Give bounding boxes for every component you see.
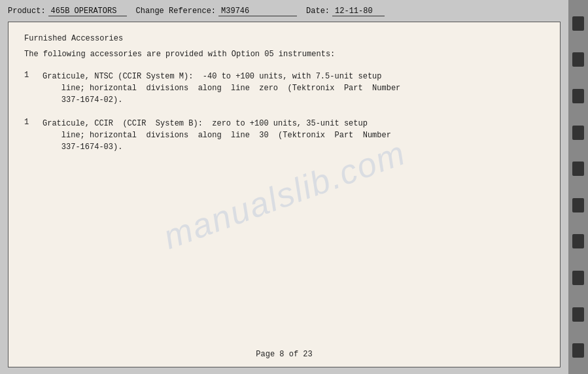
doc-item-2-number: 1 xyxy=(24,118,37,153)
product-label: Product: xyxy=(8,7,46,16)
doc-title: Furnished Accessories xyxy=(24,34,544,43)
sidebar-tab-1[interactable] xyxy=(572,16,584,31)
sidebar-tab-6[interactable] xyxy=(572,198,584,212)
main-content: Product: 465B OPERATORS Change Reference… xyxy=(0,0,568,374)
change-value: M39746 xyxy=(218,7,297,16)
doc-item-2: 1 Graticule, CCIR (CCIR System B): zero … xyxy=(24,118,544,153)
doc-content: Furnished Accessories The following acce… xyxy=(24,34,544,359)
document-area: manualslib.com Furnished Accessories The… xyxy=(8,22,561,367)
doc-item-1-text: Graticule, NTSC (CCIR System M): -40 to … xyxy=(43,71,544,106)
sidebar-tab-4[interactable] xyxy=(572,126,584,140)
doc-footer: Page 8 of 23 xyxy=(24,343,544,359)
sidebar-tab-9[interactable] xyxy=(572,307,584,322)
sidebar-tab-3[interactable] xyxy=(572,89,584,103)
product-value: 465B OPERATORS xyxy=(48,7,127,16)
sidebar-tab-7[interactable] xyxy=(572,234,584,248)
right-sidebar xyxy=(568,0,588,374)
sidebar-tab-8[interactable] xyxy=(572,271,584,285)
sidebar-tab-10[interactable] xyxy=(572,343,584,358)
sidebar-tab-2[interactable] xyxy=(572,52,584,67)
doc-item-1-number: 1 xyxy=(24,71,37,106)
document-header: Product: 465B OPERATORS Change Reference… xyxy=(8,7,561,16)
doc-intro: The following accessories are provided w… xyxy=(24,50,544,59)
change-label: Change Reference: xyxy=(136,7,216,16)
doc-item-2-text: Graticule, CCIR (CCIR System B): zero to… xyxy=(43,118,544,153)
sidebar-tab-5[interactable] xyxy=(572,162,584,176)
doc-item-1: 1 Graticule, NTSC (CCIR System M): -40 t… xyxy=(24,71,544,106)
date-label: Date: xyxy=(306,7,330,16)
date-value: 12-11-80 xyxy=(332,7,385,16)
